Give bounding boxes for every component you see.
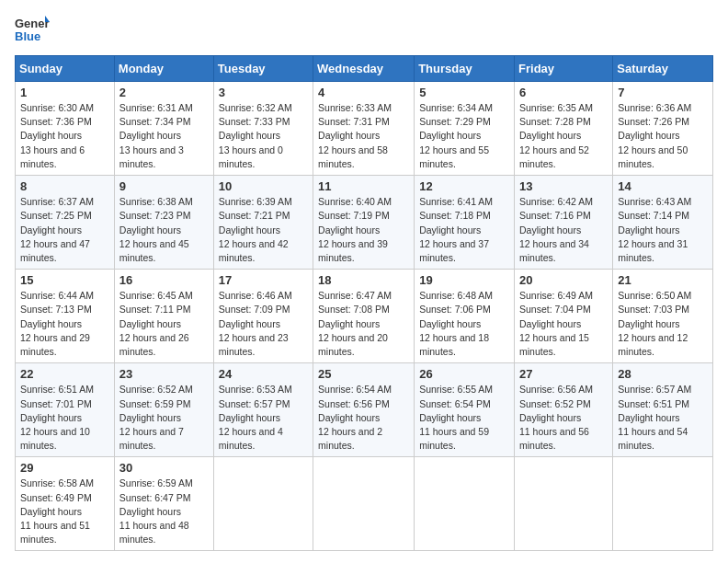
day-info: Sunrise: 6:30 AMSunset: 7:36 PMDaylight … bbox=[20, 101, 109, 171]
header-tuesday: Tuesday bbox=[213, 56, 313, 82]
day-info: Sunrise: 6:57 AMSunset: 6:51 PMDaylight … bbox=[618, 383, 708, 453]
calendar-cell: 15 Sunrise: 6:44 AMSunset: 7:13 PMDaylig… bbox=[16, 270, 115, 363]
calendar-cell: 19 Sunrise: 6:48 AMSunset: 7:06 PMDaylig… bbox=[415, 270, 515, 363]
calendar-cell: 14 Sunrise: 6:43 AMSunset: 7:14 PMDaylig… bbox=[613, 176, 713, 270]
calendar-cell: 16 Sunrise: 6:45 AMSunset: 7:11 PMDaylig… bbox=[114, 270, 213, 363]
day-number: 11 bbox=[318, 179, 409, 193]
calendar-cell: 9 Sunrise: 6:38 AMSunset: 7:23 PMDayligh… bbox=[114, 176, 213, 270]
day-info: Sunrise: 6:34 AMSunset: 7:29 PMDaylight … bbox=[419, 101, 509, 171]
day-number: 16 bbox=[119, 273, 209, 287]
day-info: Sunrise: 6:42 AMSunset: 7:16 PMDaylight … bbox=[519, 195, 608, 265]
calendar-cell bbox=[515, 457, 613, 551]
day-number: 5 bbox=[419, 86, 509, 99]
day-info: Sunrise: 6:45 AMSunset: 7:11 PMDaylight … bbox=[119, 289, 209, 359]
day-number: 9 bbox=[119, 179, 209, 193]
calendar-cell: 20 Sunrise: 6:49 AMSunset: 7:04 PMDaylig… bbox=[515, 270, 613, 363]
calendar-cell: 22 Sunrise: 6:51 AMSunset: 7:01 PMDaylig… bbox=[16, 363, 115, 457]
day-info: Sunrise: 6:51 AMSunset: 7:01 PMDaylight … bbox=[20, 383, 109, 453]
calendar-cell bbox=[613, 457, 713, 551]
calendar-cell bbox=[213, 457, 313, 551]
day-info: Sunrise: 6:59 AMSunset: 6:47 PMDaylight … bbox=[119, 477, 209, 546]
day-number: 23 bbox=[119, 367, 209, 381]
day-info: Sunrise: 6:49 AMSunset: 7:04 PMDaylight … bbox=[519, 289, 608, 359]
day-info: Sunrise: 6:41 AMSunset: 7:18 PMDaylight … bbox=[419, 195, 509, 265]
calendar-cell: 28 Sunrise: 6:57 AMSunset: 6:51 PMDaylig… bbox=[613, 363, 713, 457]
day-info: Sunrise: 6:39 AMSunset: 7:21 PMDaylight … bbox=[219, 195, 308, 265]
day-info: Sunrise: 6:31 AMSunset: 7:34 PMDaylight … bbox=[119, 101, 209, 171]
calendar-cell: 26 Sunrise: 6:55 AMSunset: 6:54 PMDaylig… bbox=[415, 363, 515, 457]
day-info: Sunrise: 6:32 AMSunset: 7:33 PMDaylight … bbox=[219, 101, 308, 171]
day-info: Sunrise: 6:58 AMSunset: 6:49 PMDaylight … bbox=[20, 477, 109, 546]
header-wednesday: Wednesday bbox=[313, 56, 415, 82]
day-number: 20 bbox=[519, 273, 608, 287]
day-info: Sunrise: 6:33 AMSunset: 7:31 PMDaylight … bbox=[318, 101, 409, 171]
calendar-cell: 5 Sunrise: 6:34 AMSunset: 7:29 PMDayligh… bbox=[415, 82, 515, 176]
day-info: Sunrise: 6:50 AMSunset: 7:03 PMDaylight … bbox=[618, 289, 708, 359]
calendar-week-3: 15 Sunrise: 6:44 AMSunset: 7:13 PMDaylig… bbox=[16, 270, 713, 363]
day-number: 13 bbox=[519, 179, 608, 193]
calendar-week-1: 1 Sunrise: 6:30 AMSunset: 7:36 PMDayligh… bbox=[16, 82, 713, 176]
day-number: 10 bbox=[219, 179, 308, 193]
header-monday: Monday bbox=[114, 56, 213, 82]
calendar-cell: 18 Sunrise: 6:47 AMSunset: 7:08 PMDaylig… bbox=[313, 270, 415, 363]
day-number: 14 bbox=[618, 179, 708, 193]
calendar-cell: 21 Sunrise: 6:50 AMSunset: 7:03 PMDaylig… bbox=[613, 270, 713, 363]
day-number: 2 bbox=[119, 86, 209, 99]
svg-text:Blue: Blue bbox=[15, 29, 40, 43]
calendar-cell: 23 Sunrise: 6:52 AMSunset: 6:59 PMDaylig… bbox=[114, 363, 213, 457]
day-number: 29 bbox=[20, 461, 109, 475]
calendar-cell: 17 Sunrise: 6:46 AMSunset: 7:09 PMDaylig… bbox=[213, 270, 313, 363]
calendar-header-row: SundayMondayTuesdayWednesdayThursdayFrid… bbox=[16, 56, 713, 82]
day-number: 24 bbox=[219, 367, 308, 381]
day-info: Sunrise: 6:53 AMSunset: 6:57 PMDaylight … bbox=[219, 383, 308, 453]
day-info: Sunrise: 6:44 AMSunset: 7:13 PMDaylight … bbox=[20, 289, 109, 359]
header-friday: Friday bbox=[515, 56, 613, 82]
day-number: 25 bbox=[318, 367, 409, 381]
calendar-cell: 6 Sunrise: 6:35 AMSunset: 7:28 PMDayligh… bbox=[515, 82, 613, 176]
day-number: 8 bbox=[20, 179, 109, 193]
calendar-cell bbox=[415, 457, 515, 551]
day-number: 22 bbox=[20, 367, 109, 381]
header-thursday: Thursday bbox=[415, 56, 515, 82]
calendar-cell: 13 Sunrise: 6:42 AMSunset: 7:16 PMDaylig… bbox=[515, 176, 613, 270]
day-info: Sunrise: 6:48 AMSunset: 7:06 PMDaylight … bbox=[419, 289, 509, 359]
day-info: Sunrise: 6:54 AMSunset: 6:56 PMDaylight … bbox=[318, 383, 409, 453]
calendar-table: SundayMondayTuesdayWednesdayThursdayFrid… bbox=[15, 55, 713, 551]
calendar-week-2: 8 Sunrise: 6:37 AMSunset: 7:25 PMDayligh… bbox=[16, 176, 713, 270]
logo-svg: General Blue bbox=[15, 15, 50, 46]
header-saturday: Saturday bbox=[613, 56, 713, 82]
calendar-cell bbox=[313, 457, 415, 551]
calendar-cell: 29 Sunrise: 6:58 AMSunset: 6:49 PMDaylig… bbox=[16, 457, 115, 551]
day-info: Sunrise: 6:47 AMSunset: 7:08 PMDaylight … bbox=[318, 289, 409, 359]
calendar-cell: 7 Sunrise: 6:36 AMSunset: 7:26 PMDayligh… bbox=[613, 82, 713, 176]
day-number: 7 bbox=[618, 86, 708, 99]
day-info: Sunrise: 6:35 AMSunset: 7:28 PMDaylight … bbox=[519, 101, 608, 171]
day-info: Sunrise: 6:52 AMSunset: 6:59 PMDaylight … bbox=[119, 383, 209, 453]
calendar-cell: 11 Sunrise: 6:40 AMSunset: 7:19 PMDaylig… bbox=[313, 176, 415, 270]
day-info: Sunrise: 6:56 AMSunset: 6:52 PMDaylight … bbox=[519, 383, 608, 453]
svg-text:General: General bbox=[15, 17, 50, 30]
calendar-week-4: 22 Sunrise: 6:51 AMSunset: 7:01 PMDaylig… bbox=[16, 363, 713, 457]
header-sunday: Sunday bbox=[16, 56, 115, 82]
day-number: 6 bbox=[519, 86, 608, 99]
day-number: 27 bbox=[519, 367, 608, 381]
calendar-cell: 27 Sunrise: 6:56 AMSunset: 6:52 PMDaylig… bbox=[515, 363, 613, 457]
day-number: 30 bbox=[119, 461, 209, 475]
day-number: 17 bbox=[219, 273, 308, 287]
calendar-cell: 25 Sunrise: 6:54 AMSunset: 6:56 PMDaylig… bbox=[313, 363, 415, 457]
day-info: Sunrise: 6:36 AMSunset: 7:26 PMDaylight … bbox=[618, 101, 708, 171]
calendar-cell: 24 Sunrise: 6:53 AMSunset: 6:57 PMDaylig… bbox=[213, 363, 313, 457]
day-info: Sunrise: 6:40 AMSunset: 7:19 PMDaylight … bbox=[318, 195, 409, 265]
day-info: Sunrise: 6:43 AMSunset: 7:14 PMDaylight … bbox=[618, 195, 708, 265]
calendar-cell: 4 Sunrise: 6:33 AMSunset: 7:31 PMDayligh… bbox=[313, 82, 415, 176]
day-info: Sunrise: 6:46 AMSunset: 7:09 PMDaylight … bbox=[219, 289, 308, 359]
day-number: 26 bbox=[419, 367, 509, 381]
calendar-cell: 12 Sunrise: 6:41 AMSunset: 7:18 PMDaylig… bbox=[415, 176, 515, 270]
calendar-cell: 10 Sunrise: 6:39 AMSunset: 7:21 PMDaylig… bbox=[213, 176, 313, 270]
calendar-cell: 2 Sunrise: 6:31 AMSunset: 7:34 PMDayligh… bbox=[114, 82, 213, 176]
calendar-cell: 8 Sunrise: 6:37 AMSunset: 7:25 PMDayligh… bbox=[16, 176, 115, 270]
day-number: 18 bbox=[318, 273, 409, 287]
page-header: General Blue bbox=[15, 15, 713, 46]
logo: General Blue bbox=[15, 15, 50, 46]
calendar-cell: 1 Sunrise: 6:30 AMSunset: 7:36 PMDayligh… bbox=[16, 82, 115, 176]
